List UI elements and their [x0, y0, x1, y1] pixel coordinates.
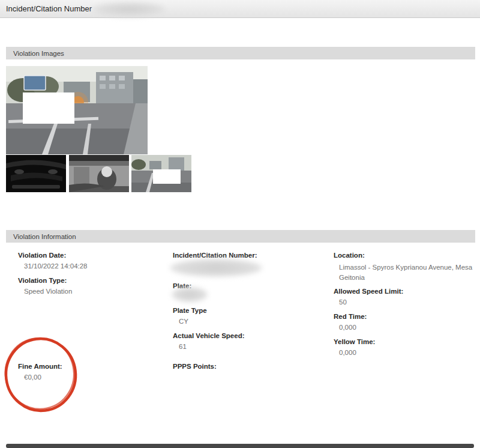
location-label: Location:	[334, 252, 365, 259]
fine-amount-label: Fine Amount:	[18, 363, 62, 370]
incident-number-label: Incident/Citation Number:	[173, 252, 257, 259]
violation-date-label: Violation Date:	[18, 252, 66, 259]
location-value: Limassol - Spyros Kyprianou Avenue, Mesa…	[339, 262, 476, 283]
violation-detail-page: Incident/Citation Number Violation Image…	[0, 0, 480, 448]
actual-vehicle-speed-label: Actual Vehicle Speed:	[173, 332, 245, 339]
actual-vehicle-speed-value: 61	[179, 343, 187, 350]
red-circle-annotation	[1, 334, 82, 416]
yellow-time-value: 0,000	[339, 349, 356, 356]
yellow-time-label: Yellow Time:	[334, 338, 375, 345]
incident-number-title: Incident/Citation Number	[6, 4, 92, 13]
violation-information-section-header: Violation Information	[6, 230, 475, 243]
violation-images-section-header: Violation Images	[6, 47, 475, 59]
redacted-plate-value	[172, 287, 208, 302]
ppps-points-label: PPPS Points:	[173, 363, 217, 370]
violation-date-value: 31/10/2022 14:04:28	[24, 262, 88, 270]
plate-type-value: CY	[179, 318, 188, 325]
violation-information-title: Violation Information	[13, 233, 76, 240]
redacted-incident-number-header	[93, 2, 165, 17]
allowed-speed-limit-value: 50	[339, 298, 347, 306]
fine-amount-value: €0,00	[24, 374, 41, 381]
violation-photo-thumb-car-front[interactable]	[6, 155, 66, 192]
red-time-value: 0,000	[339, 324, 356, 331]
bottom-divider-bar	[6, 444, 474, 448]
street-small-image	[131, 155, 191, 192]
windshield-driver-image	[69, 155, 129, 192]
car-front-dark-image	[6, 155, 66, 192]
violation-type-label: Violation Type:	[18, 277, 67, 284]
street-scene-image	[6, 66, 148, 154]
violation-photo-main[interactable]	[6, 66, 148, 154]
plate-type-label: Plate Type	[173, 307, 207, 314]
violation-photo-thumb-driver[interactable]	[69, 155, 129, 192]
redacted-incident-number-value	[170, 259, 262, 277]
violation-images-title: Violation Images	[13, 50, 64, 57]
allowed-speed-limit-label: Allowed Speed Limit:	[334, 288, 403, 295]
red-time-label: Red Time:	[334, 313, 367, 320]
violation-type-value: Speed Violation	[24, 288, 72, 295]
violation-photo-thumb-street[interactable]	[131, 155, 191, 192]
top-bar: Incident/Citation Number	[0, 0, 480, 18]
